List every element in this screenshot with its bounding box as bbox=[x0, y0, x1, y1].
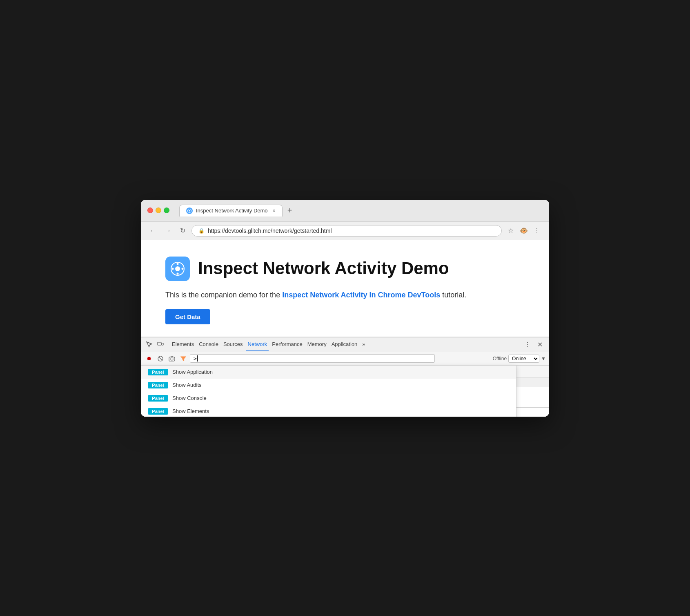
inspect-element-icon[interactable] bbox=[144, 339, 154, 349]
url-domain: devtools.glitch.me bbox=[225, 228, 271, 234]
throttle-arrow: ▼ bbox=[541, 356, 546, 362]
badge-2: Panel bbox=[148, 395, 168, 402]
devtools-more-button[interactable]: ⋮ bbox=[521, 337, 534, 352]
badge-0: Panel bbox=[148, 369, 168, 375]
autocomplete-label-0: Show Application bbox=[172, 369, 213, 375]
network-right: Offline Online Offline Slow 3G Fast 3G ▼ bbox=[493, 355, 546, 363]
badge-3: Panel bbox=[148, 408, 168, 415]
url-path: /network/getstarted.html bbox=[271, 228, 332, 234]
bookmark-button[interactable]: ☆ bbox=[505, 225, 516, 237]
autocomplete-item-1[interactable]: Panel Show Audits bbox=[141, 379, 516, 392]
svg-point-1 bbox=[189, 210, 190, 211]
url-prefix: https:// bbox=[208, 228, 225, 234]
page-title: Inspect Network Activity Demo bbox=[198, 259, 449, 278]
svg-line-11 bbox=[159, 357, 162, 360]
tab-application[interactable]: Application bbox=[330, 338, 359, 351]
title-bar: Inspect Network Activity Demo × + bbox=[141, 200, 549, 222]
svg-point-7 bbox=[182, 268, 184, 270]
url-text: https://devtools.glitch.me/network/getst… bbox=[208, 228, 332, 234]
device-toolbar-icon[interactable] bbox=[156, 339, 165, 349]
throttle-select[interactable]: Online Offline Slow 3G Fast 3G bbox=[508, 355, 539, 363]
more-options-button[interactable]: ⋮ bbox=[531, 225, 543, 237]
tab-console[interactable]: Console bbox=[197, 338, 220, 351]
back-button[interactable]: ← bbox=[147, 225, 159, 237]
url-bar[interactable]: 🔒 https://devtools.glitch.me/network/get… bbox=[191, 225, 502, 237]
avatar-button[interactable]: 🐵 bbox=[518, 225, 530, 237]
forward-button[interactable]: → bbox=[162, 225, 174, 237]
tab-elements[interactable]: Elements bbox=[170, 338, 196, 351]
page-header: Inspect Network Activity Demo bbox=[165, 257, 525, 281]
autocomplete-item-3[interactable]: Panel Show Elements bbox=[141, 405, 516, 417]
tab-more-panels[interactable]: » bbox=[361, 338, 367, 351]
filter-icon[interactable] bbox=[178, 354, 188, 364]
console-input[interactable]: > bbox=[190, 354, 435, 363]
devtools-tab-bar: Elements Console Sources Network Perform… bbox=[141, 337, 549, 352]
description-start: This is the companion demo for the bbox=[165, 291, 282, 299]
glitch-logo bbox=[165, 257, 190, 281]
maximize-window-button[interactable] bbox=[164, 208, 169, 213]
page-description: This is the companion demo for the Inspe… bbox=[165, 291, 525, 299]
tab-bar: Inspect Network Activity Demo × + bbox=[179, 205, 296, 216]
camera-button[interactable] bbox=[167, 354, 177, 364]
tab-performance[interactable]: Performance bbox=[270, 338, 304, 351]
tab-close-button[interactable]: × bbox=[273, 208, 276, 214]
svg-rect-8 bbox=[158, 342, 161, 345]
autocomplete-label-1: Show Audits bbox=[172, 382, 202, 388]
autocomplete-dropdown: Panel Show Application Panel Show Audits… bbox=[141, 365, 516, 417]
tab-favicon bbox=[186, 208, 193, 214]
tab-title: Inspect Network Activity Demo bbox=[196, 208, 268, 214]
lock-icon: 🔒 bbox=[198, 228, 205, 234]
devtools-panel: Elements Console Sources Network Perform… bbox=[141, 337, 549, 417]
traffic-lights bbox=[147, 208, 169, 213]
tab-network[interactable]: Network bbox=[246, 338, 269, 351]
svg-point-5 bbox=[177, 272, 179, 275]
devtools-close-button[interactable]: ✕ bbox=[534, 337, 546, 352]
refresh-button[interactable]: ↻ bbox=[177, 225, 188, 237]
svg-point-6 bbox=[172, 268, 174, 270]
network-toolbar: ⏺ > bbox=[141, 352, 549, 366]
close-window-button[interactable] bbox=[147, 208, 153, 213]
autocomplete-label-3: Show Elements bbox=[172, 408, 209, 414]
address-bar: ← → ↻ 🔒 https://devtools.glitch.me/netwo… bbox=[141, 222, 549, 240]
svg-point-3 bbox=[175, 266, 180, 271]
page-content: Inspect Network Activity Demo This is th… bbox=[141, 240, 549, 337]
devtools-icons bbox=[144, 339, 165, 349]
description-end: tutorial. bbox=[440, 291, 466, 299]
tab-sources[interactable]: Sources bbox=[222, 338, 245, 351]
offline-label: Offline bbox=[493, 356, 507, 362]
svg-rect-9 bbox=[162, 343, 163, 345]
active-tab[interactable]: Inspect Network Activity Demo × bbox=[179, 205, 283, 216]
devtools-link[interactable]: Inspect Network Activity In Chrome DevTo… bbox=[282, 291, 440, 299]
tab-memory[interactable]: Memory bbox=[306, 338, 328, 351]
new-tab-button[interactable]: + bbox=[284, 205, 296, 216]
get-data-button[interactable]: Get Data bbox=[165, 309, 210, 324]
clear-button[interactable] bbox=[156, 354, 165, 364]
minimize-window-button[interactable] bbox=[156, 208, 161, 213]
browser-window: Inspect Network Activity Demo × + ← → ↻ … bbox=[141, 200, 549, 417]
autocomplete-item-2[interactable]: Panel Show Console bbox=[141, 392, 516, 405]
toolbar-right: ☆ 🐵 ⋮ bbox=[505, 225, 543, 237]
autocomplete-item-0[interactable]: Panel Show Application bbox=[141, 366, 516, 379]
svg-point-13 bbox=[171, 358, 173, 360]
record-button[interactable]: ⏺ bbox=[144, 354, 154, 364]
svg-point-4 bbox=[177, 263, 179, 265]
badge-1: Panel bbox=[148, 382, 168, 388]
autocomplete-label-2: Show Console bbox=[172, 395, 207, 401]
